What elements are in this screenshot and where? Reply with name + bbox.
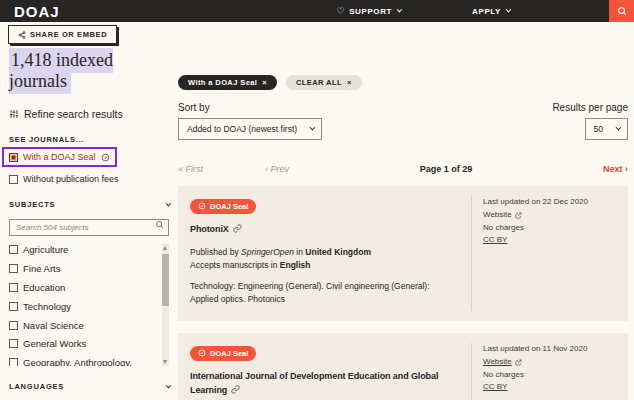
publisher-country: United Kingdom bbox=[305, 247, 371, 257]
subject-label[interactable]: Geography. Anthropology. Recreation bbox=[23, 357, 155, 366]
share-or-embed-button[interactable]: SHARE OR EMBED bbox=[8, 25, 117, 44]
subject-item: Education bbox=[9, 282, 155, 294]
clear-all-label: CLEAR ALL bbox=[296, 78, 342, 87]
last-updated: Last updated on 22 Dec 2020 bbox=[483, 196, 616, 209]
subject-label[interactable]: Technology bbox=[23, 301, 71, 313]
website-link[interactable]: Website bbox=[483, 356, 522, 369]
pagination: « First ‹ Prev Page 1 of 29 Next › bbox=[178, 164, 628, 174]
card-divider bbox=[471, 343, 472, 400]
scroll-down-arrow-icon[interactable] bbox=[163, 360, 167, 364]
top-navbar: DOAJ ♡ SUPPORT APPLY bbox=[0, 0, 634, 22]
header-search-button[interactable] bbox=[609, 0, 634, 22]
active-filters: With a DOAJ Seal × CLEAR ALL × bbox=[178, 75, 628, 90]
subject-checkbox[interactable] bbox=[9, 283, 18, 292]
with-doaj-seal-label[interactable]: With a DOAJ Seal bbox=[23, 152, 96, 162]
journal-title-link[interactable]: PhotoniX bbox=[190, 224, 229, 234]
website-link[interactable]: Website bbox=[483, 209, 522, 222]
clear-all-chip[interactable]: CLEAR ALL × bbox=[286, 75, 362, 90]
doaj-seal-badge-label: DOAJ Seal bbox=[210, 202, 248, 211]
nav-support-label: SUPPORT bbox=[349, 7, 392, 16]
journal-subjects: Technology: Engineering (General). Civil… bbox=[190, 280, 460, 306]
journal-result-card: DOAJ Seal PhotoniX Published by Springer… bbox=[178, 186, 628, 321]
doaj-seal-badge: DOAJ Seal bbox=[190, 199, 256, 214]
close-icon[interactable]: × bbox=[347, 78, 352, 87]
journal-title: International Journal of Development Edu… bbox=[190, 370, 471, 397]
subject-item: Naval Science bbox=[9, 320, 155, 332]
chevron-down-icon bbox=[166, 200, 172, 206]
subject-item: Fine Arts bbox=[9, 263, 155, 275]
subject-checkbox[interactable] bbox=[9, 264, 18, 273]
heart-icon: ♡ bbox=[337, 6, 346, 16]
subject-item: Technology bbox=[9, 301, 155, 313]
per-page-select[interactable]: 50 bbox=[585, 118, 628, 140]
journal-result-card: DOAJ Seal International Journal of Devel… bbox=[178, 333, 628, 400]
subject-label[interactable]: Naval Science bbox=[23, 320, 84, 332]
journal-publisher-info: Published by SpringerOpen in United King… bbox=[190, 246, 471, 272]
license-link[interactable]: CC BY bbox=[483, 234, 507, 247]
without-publication-fees-checkbox[interactable] bbox=[9, 175, 18, 184]
doaj-logo[interactable]: DOAJ bbox=[14, 3, 60, 20]
chevron-down-icon bbox=[616, 125, 622, 131]
scrollbar-thumb[interactable] bbox=[162, 254, 169, 306]
sort-select[interactable]: Added to DOAJ (newest first) bbox=[178, 118, 322, 140]
subjects-search-input[interactable] bbox=[9, 219, 169, 236]
subjects-heading: SUBJECTS bbox=[9, 200, 55, 209]
nav-apply[interactable]: APPLY bbox=[472, 7, 509, 16]
seal-check-icon bbox=[198, 349, 206, 357]
chevron-down-icon bbox=[310, 125, 316, 131]
with-doaj-seal-checkbox[interactable] bbox=[9, 153, 18, 162]
license-link[interactable]: CC BY bbox=[483, 381, 507, 394]
subject-label[interactable]: Agriculture bbox=[23, 244, 68, 256]
per-page-value: 50 bbox=[594, 124, 603, 134]
active-filter-chip-label: With a DOAJ Seal bbox=[188, 78, 257, 87]
doaj-seal-badge-label: DOAJ Seal bbox=[210, 349, 248, 358]
link-icon[interactable] bbox=[233, 224, 242, 233]
close-icon[interactable]: × bbox=[262, 78, 267, 87]
external-link-icon bbox=[515, 212, 522, 219]
subject-label[interactable]: Education bbox=[23, 282, 65, 294]
journal-title: PhotoniX bbox=[190, 223, 471, 237]
charges-info: No charges bbox=[483, 222, 616, 235]
nav-support[interactable]: ♡ SUPPORT bbox=[337, 6, 401, 16]
subject-item: General Works bbox=[9, 338, 155, 350]
pagination-first[interactable]: « First bbox=[178, 164, 203, 174]
subject-label[interactable]: General Works bbox=[23, 338, 86, 350]
subject-checkbox[interactable] bbox=[9, 339, 18, 348]
subjects-scrollbar[interactable] bbox=[162, 244, 169, 366]
filters-sidebar: 1,418 indexed journals Refine search res… bbox=[9, 50, 169, 400]
chevron-down-icon bbox=[506, 7, 512, 13]
subjects-section-header[interactable]: SUBJECTS bbox=[9, 200, 169, 209]
link-icon[interactable] bbox=[231, 385, 240, 394]
journal-language: English bbox=[280, 260, 311, 270]
subjects-list: Agriculture Fine Arts Education Technolo… bbox=[9, 244, 169, 366]
subjects-search bbox=[9, 216, 169, 236]
external-link-icon bbox=[515, 359, 522, 366]
subject-checkbox[interactable] bbox=[9, 321, 18, 330]
card-divider bbox=[471, 196, 472, 311]
chevron-down-icon bbox=[397, 7, 403, 13]
share-or-embed-label: SHARE OR EMBED bbox=[30, 30, 107, 39]
with-doaj-seal-annotation-box: With a DOAJ Seal bbox=[2, 147, 117, 167]
last-updated: Last updated on 11 Nov 2020 bbox=[483, 343, 616, 356]
subject-label[interactable]: Fine Arts bbox=[23, 263, 61, 275]
pagination-prev[interactable]: ‹ Prev bbox=[265, 164, 289, 174]
active-filter-chip[interactable]: With a DOAJ Seal × bbox=[178, 75, 277, 90]
pagination-current: Page 1 of 29 bbox=[289, 164, 603, 174]
results-count-heading: 1,418 indexed journals bbox=[9, 50, 169, 92]
nav-apply-label: APPLY bbox=[472, 7, 501, 16]
subject-item: Agriculture bbox=[9, 244, 155, 256]
pagination-next[interactable]: Next › bbox=[603, 164, 628, 174]
scroll-up-arrow-icon[interactable] bbox=[163, 246, 167, 250]
search-icon bbox=[617, 6, 627, 16]
sliders-filter-icon bbox=[9, 109, 19, 119]
subject-checkbox[interactable] bbox=[9, 358, 18, 366]
seal-check-icon bbox=[198, 202, 206, 210]
without-publication-fees-label[interactable]: Without publication fees bbox=[23, 174, 119, 184]
subject-checkbox[interactable] bbox=[9, 245, 18, 254]
subject-checkbox[interactable] bbox=[9, 302, 18, 311]
charges-info: No charges bbox=[483, 369, 616, 382]
journal-title-link[interactable]: International Journal of Development Edu… bbox=[190, 371, 438, 395]
journal-meta: Last updated on 22 Dec 2020 Website No c… bbox=[483, 196, 616, 311]
without-publication-fees-row: Without publication fees bbox=[9, 174, 169, 184]
languages-section-header[interactable]: LANGUAGES bbox=[9, 382, 169, 391]
